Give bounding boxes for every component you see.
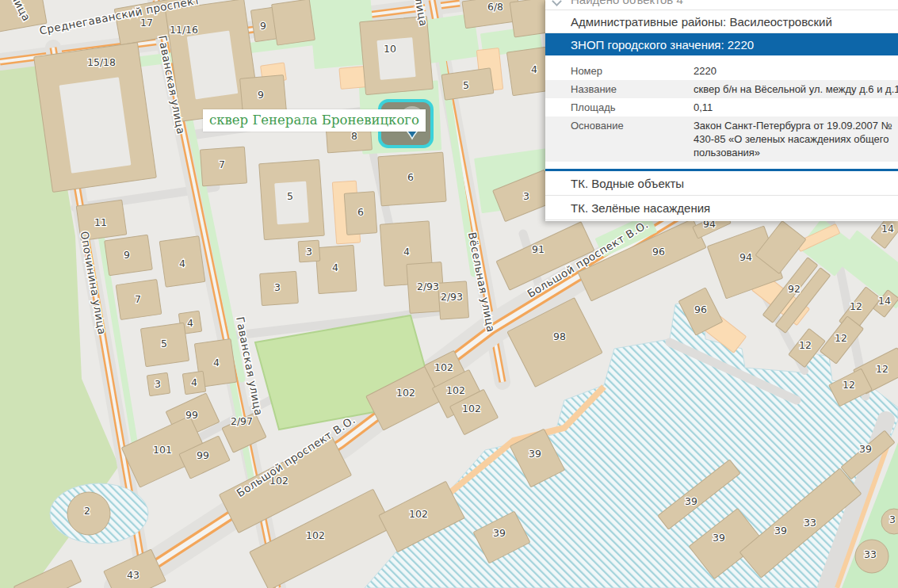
section-admin-districts[interactable]: Административные районы: Василеостровски…	[545, 10, 898, 33]
results-count: Найдено объектов 4	[545, 0, 898, 10]
building-number: 2/93	[441, 291, 463, 303]
building-number: 39	[493, 527, 506, 539]
building-number: 4	[332, 262, 338, 273]
detail-row-name: Название сквер б/н на Вёсельной ул. межд…	[545, 80, 898, 98]
building-number: 94	[739, 251, 752, 263]
selected-object-label: сквер Генерала Броневицкого	[203, 109, 426, 132]
building-number: 4	[403, 246, 410, 258]
detail-row-number: Номер 2220	[545, 62, 898, 80]
building-number: 101	[153, 444, 172, 456]
building-number: 39	[774, 525, 787, 536]
building-number: 6	[407, 171, 414, 183]
building-number: 3	[523, 190, 529, 202]
building-number: 8	[351, 130, 357, 142]
building-number: 92	[788, 283, 801, 295]
app-window: 1711/16915/186/8104598765361191439442/93…	[0, 0, 898, 588]
building-number: 11/16	[170, 24, 198, 36]
building-number: 9	[258, 89, 264, 101]
results-panel: Найдено объектов 4 Административные райо…	[545, 0, 898, 221]
building-number: 102	[462, 403, 481, 414]
section-label: ЗНОП городского значения: 2220	[571, 38, 754, 52]
building-number: 33	[804, 517, 816, 529]
building-number: 14	[878, 295, 891, 307]
building-number: 2/93	[417, 281, 439, 292]
building-number: 7	[135, 293, 141, 305]
building-number: 3	[155, 378, 161, 390]
detail-row-basis: Основание Закон Санкт-Петербурга от 19.0…	[545, 116, 898, 162]
building-number: 2/97	[231, 415, 253, 427]
building-number: 4	[213, 357, 220, 368]
building-number: 102	[306, 529, 325, 541]
building-number: 96	[652, 246, 665, 258]
building-number: 99	[197, 449, 209, 461]
detail-row-area: Площадь 0,11	[545, 98, 898, 116]
building-number: 12	[850, 300, 862, 312]
building-number: 15/18	[87, 56, 116, 68]
building-number: 5	[463, 79, 469, 91]
building-number: 4	[187, 317, 193, 329]
object-details: Номер 2220 Название сквер б/н на Вёсельн…	[545, 55, 898, 162]
section-label: Административные районы: Василеостровски…	[571, 15, 832, 29]
building-number: 3	[274, 281, 281, 293]
building-number: 39	[685, 495, 697, 507]
building-number: 4	[531, 63, 537, 75]
section-tk-green[interactable]: ТК. Зелёные насаждения	[545, 196, 898, 220]
building-number: 102	[409, 508, 428, 520]
building-number: 12	[835, 332, 847, 344]
building-number: 4	[179, 258, 185, 269]
building-number: 6	[357, 206, 364, 218]
building-number: 5	[161, 338, 167, 349]
building-number: 39	[859, 443, 872, 455]
building-number: 3	[306, 246, 312, 258]
building-number: 6/8	[487, 1, 503, 13]
section-label: ТК. Зелёные насаждения	[571, 201, 710, 215]
building-number: 102	[396, 387, 415, 399]
building-number: 11	[94, 216, 107, 228]
building-number: 10	[384, 43, 396, 55]
building-number: 2	[84, 505, 90, 517]
building-number: 4	[191, 376, 197, 388]
building-number: 102	[446, 384, 465, 396]
building-number: 14	[881, 223, 894, 235]
building-number: 99	[185, 409, 198, 421]
building-number: 12	[799, 339, 812, 351]
building-number: 98	[553, 330, 566, 342]
building-number: 9	[124, 249, 130, 261]
building-number: 3	[889, 514, 896, 525]
building-number: 102	[434, 361, 453, 373]
building-number: 12	[876, 363, 888, 375]
section-label: ТК. Водные объекты	[571, 177, 684, 190]
building-number: 96	[694, 304, 707, 315]
building-number: 39	[529, 448, 541, 460]
building-number: 43	[127, 569, 139, 581]
building-number: 33	[864, 548, 877, 560]
section-tk-water[interactable]: ТК. Водные объекты	[545, 171, 898, 196]
chevron-down-icon	[552, 0, 562, 6]
building-number: 7	[219, 158, 225, 170]
building-number: 5	[287, 190, 293, 202]
building-number: 17	[140, 17, 153, 29]
building-number: 91	[532, 243, 545, 255]
section-znop[interactable]: ЗНОП городского значения: 2220	[545, 33, 898, 55]
building-number: 12	[843, 379, 855, 391]
building-number: 39	[713, 532, 725, 544]
building-number: 9	[260, 20, 266, 32]
